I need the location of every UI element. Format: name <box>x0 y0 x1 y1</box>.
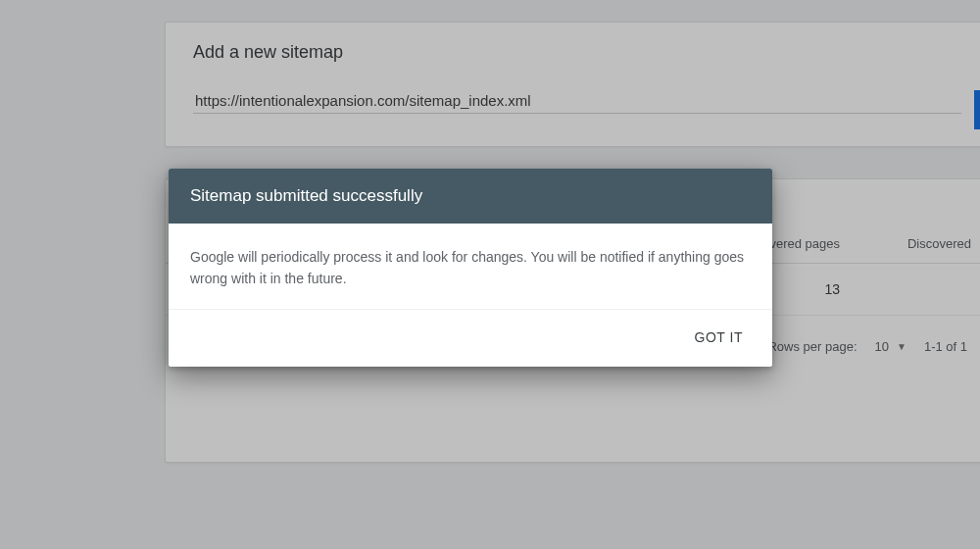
dialog-actions: GOT IT <box>169 310 772 367</box>
dialog-title: Sitemap submitted successfully <box>169 169 772 224</box>
success-dialog: Sitemap submitted successfully Google wi… <box>169 169 772 367</box>
got-it-button[interactable]: GOT IT <box>683 320 755 355</box>
dialog-body-text: Google will periodically process it and … <box>169 224 772 310</box>
